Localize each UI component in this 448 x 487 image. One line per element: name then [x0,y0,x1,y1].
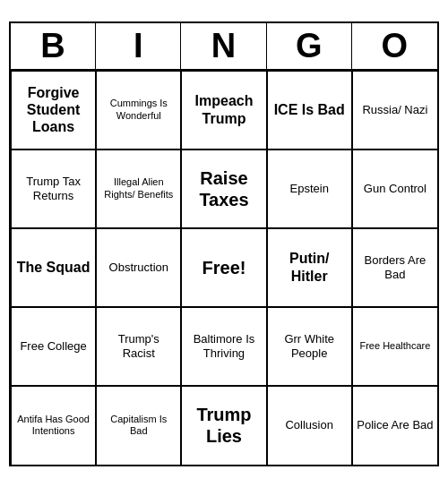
bingo-cell-21: Capitalism Is Bad [96,386,181,465]
bingo-cell-19: Free Healthcare [352,307,437,386]
bingo-cell-1: Cummings Is Wonderful [96,71,181,150]
bingo-card: BINGO Forgive Student LoansCummings Is W… [9,21,439,466]
bingo-cell-16: Trump's Racist [96,307,181,386]
bingo-cell-14: Borders Are Bad [352,228,437,307]
bingo-cell-13: Putin/ Hitler [267,228,352,307]
bingo-cell-12: Free! [181,228,266,307]
bingo-header: BINGO [11,23,437,71]
bingo-cell-0: Forgive Student Loans [11,71,96,150]
bingo-letter-o: O [352,23,437,69]
bingo-cell-11: Obstruction [96,228,181,307]
bingo-letter-b: B [11,23,96,69]
bingo-cell-10: The Squad [11,228,96,307]
bingo-cell-20: Antifa Has Good Intentions [11,386,96,465]
bingo-grid: Forgive Student LoansCummings Is Wonderf… [11,71,437,465]
bingo-cell-15: Free College [11,307,96,386]
bingo-cell-9: Gun Control [352,150,437,228]
bingo-cell-4: Russia/ Nazi [352,71,437,150]
bingo-cell-22: Trump Lies [181,386,266,465]
bingo-cell-23: Collusion [267,386,352,465]
bingo-cell-3: ICE Is Bad [267,71,352,150]
bingo-cell-6: Illegal Alien Rights/ Benefits [96,150,181,228]
bingo-letter-g: G [267,23,352,69]
bingo-cell-2: Impeach Trump [181,71,266,150]
bingo-letter-i: I [96,23,181,69]
bingo-cell-8: Epstein [267,150,352,228]
bingo-cell-18: Grr White People [267,307,352,386]
bingo-cell-17: Baltimore Is Thriving [181,307,266,386]
bingo-cell-24: Police Are Bad [352,386,437,465]
bingo-cell-7: Raise Taxes [181,150,266,228]
bingo-cell-5: Trump Tax Returns [11,150,96,228]
bingo-letter-n: N [181,23,266,69]
